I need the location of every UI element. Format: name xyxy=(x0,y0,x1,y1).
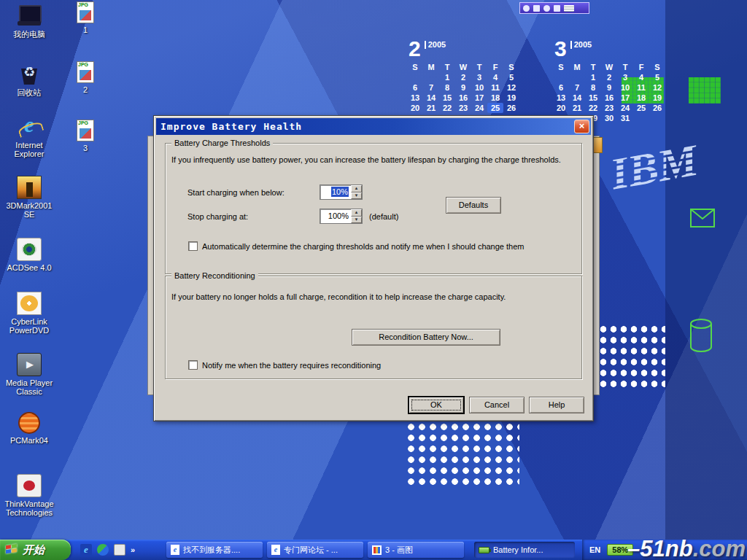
quicklaunch-ie-icon[interactable]: e xyxy=(80,544,92,556)
dialog-titlebar[interactable]: Improve Battery Health xyxy=(156,118,591,135)
envelope-icon xyxy=(690,209,715,228)
calendar-date: 9 xyxy=(601,82,617,93)
calendar-date: 20 xyxy=(407,103,423,113)
icon-label: Internet Explorer xyxy=(3,141,55,158)
calendar-date: 23 xyxy=(601,103,617,113)
close-icon[interactable]: × xyxy=(574,120,589,133)
calendar-date xyxy=(569,72,585,82)
notes-icon[interactable] xyxy=(564,5,574,12)
spinner-up-icon[interactable]: ▲ xyxy=(351,209,362,217)
ie-page-icon: e xyxy=(271,545,280,555)
calendar-date: 3 xyxy=(617,72,633,82)
camera-icon[interactable] xyxy=(523,5,530,12)
icon-label: 3 xyxy=(59,144,112,152)
cylinder-icon xyxy=(689,318,713,353)
desktop-icon-thinkvantage[interactable]: ThinkVantage Technologies xyxy=(3,474,55,517)
notify-reconditioning-checkbox[interactable] xyxy=(188,360,198,370)
quicklaunch-media-icon[interactable] xyxy=(97,544,109,556)
calendar-date: 24 xyxy=(617,103,633,113)
icon-label: 3DMark2001 SE xyxy=(3,201,55,219)
help-button[interactable]: Help xyxy=(529,397,584,413)
calendar-month: 2 xyxy=(409,38,421,60)
jpg-badge: JPG xyxy=(78,120,88,125)
start-charging-value[interactable]: 10% xyxy=(320,185,351,199)
calendar-date: 30 xyxy=(601,113,617,123)
calendar-date: 2 xyxy=(601,72,617,82)
calendar-date: 7 xyxy=(423,82,439,93)
calendar-date: 1 xyxy=(439,72,455,82)
taskbar-task-server-not-found[interactable]: e 找不到服务器.... xyxy=(166,542,263,558)
spinner-down-icon[interactable]: ▼ xyxy=(351,192,362,200)
calendar-date: 8 xyxy=(439,82,455,93)
scissors-icon[interactable] xyxy=(533,5,540,12)
recondition-battery-button[interactable]: Recondition Battery Now... xyxy=(352,329,500,346)
acdsee-icon xyxy=(17,238,42,261)
taskbar-task-paint[interactable]: 3 - 画图 xyxy=(368,542,464,558)
pcmark-icon xyxy=(18,412,40,434)
calendar-year: 2005 xyxy=(570,41,592,49)
calendar-date: 21 xyxy=(423,103,439,113)
white-dot-grid-small xyxy=(598,324,665,389)
calendar-day-header: T xyxy=(439,62,455,72)
language-indicator[interactable]: EN xyxy=(589,545,600,554)
quicklaunch-overflow-chevron[interactable]: » xyxy=(131,545,135,554)
calendar-date xyxy=(649,113,665,123)
cancel-button[interactable]: Cancel xyxy=(469,397,525,413)
auto-determine-checkbox[interactable] xyxy=(188,241,198,251)
calendar-date: 31 xyxy=(617,113,633,123)
auto-determine-checkbox-label[interactable]: Automatically determine the charging thr… xyxy=(202,242,524,251)
calendar-date xyxy=(423,72,439,82)
ie-page-icon: e xyxy=(171,545,179,555)
start-button[interactable]: 开始 xyxy=(0,540,71,560)
spinner-up-icon[interactable]: ▲ xyxy=(351,185,362,192)
desktop-icon-pcmark[interactable]: PCMark04 xyxy=(3,412,55,445)
taskbar-task-battery-information[interactable]: Battery Infor... xyxy=(474,542,575,558)
notify-reconditioning-checkbox-label[interactable]: Notify me when the battery requires reco… xyxy=(202,361,381,370)
defaults-button[interactable]: Defaults xyxy=(446,197,501,214)
calendar-date: 12 xyxy=(503,82,519,93)
taskbar-task-forum[interactable]: e 专门网论坛 - ... xyxy=(267,542,363,558)
calendar-date: 15 xyxy=(439,93,455,103)
start-charging-spinner[interactable]: 10% ▲ ▼ xyxy=(320,184,363,200)
calendar-day-header: T xyxy=(617,62,633,72)
icon-label: ThinkVantage Technologies xyxy=(3,499,55,517)
calendar-date: 19 xyxy=(649,93,665,103)
icon-label: 回收站 xyxy=(3,88,55,97)
calendar-date: 5 xyxy=(503,72,519,82)
desktop-icon-jpg-3[interactable]: JPG 3 xyxy=(59,120,112,152)
desktop-icon-jpg-2[interactable]: JPG 2 xyxy=(59,61,112,94)
dialog-title: Improve Battery Health xyxy=(156,121,302,132)
calendar-date: 10 xyxy=(617,82,633,93)
calendar-date: 20 xyxy=(553,103,569,113)
desktop-icon-jpg-1[interactable]: JPG 1 xyxy=(59,1,112,34)
quicklaunch-show-desktop-icon[interactable] xyxy=(114,544,125,556)
settings-icon[interactable] xyxy=(554,5,560,12)
desktop-icon-media-player-classic[interactable]: Media Player Classic xyxy=(3,353,55,396)
spinner-down-icon[interactable]: ▼ xyxy=(351,217,362,224)
desktop-icon-powerdvd[interactable]: CyberLink PowerDVD xyxy=(3,292,55,335)
stop-charging-spinner[interactable]: 100% ▲ ▼ xyxy=(320,209,363,224)
my-computer-icon xyxy=(17,4,42,28)
stop-charging-value[interactable]: 100% xyxy=(320,209,351,223)
desktop-icon-internet-explorer[interactable]: Internet Explorer xyxy=(3,115,55,158)
desktop-icon-recycle-bin[interactable]: 回收站 xyxy=(3,63,55,97)
calendar-day-header: S xyxy=(553,62,569,72)
calendar-date: 25 xyxy=(487,103,503,113)
desktop-icon-acdsee[interactable]: ACDSee 4.0 xyxy=(3,238,55,272)
thinkvantage-icon xyxy=(17,474,42,497)
calendar-date: 15 xyxy=(585,93,601,103)
capture-toolbar[interactable] xyxy=(519,2,589,14)
calendar-date: 19 xyxy=(503,93,519,103)
calendar-date: 4 xyxy=(633,72,649,82)
start-charging-label: Start charging when below: xyxy=(187,188,285,197)
ok-button[interactable]: OK xyxy=(409,397,464,413)
calendar-date xyxy=(407,72,423,82)
battery-reconditioning-group: Battery Reconditioning If your battery n… xyxy=(165,276,582,379)
pen-icon[interactable] xyxy=(543,5,550,12)
calendar-date: 3 xyxy=(471,72,487,82)
calendar-date: 24 xyxy=(471,103,487,113)
desktop-icon-3dmark[interactable]: 3DMark2001 SE xyxy=(3,176,55,219)
desktop-icon-my-computer[interactable]: 我的电脑 xyxy=(3,4,55,39)
calendar-date: 7 xyxy=(569,82,585,93)
calendar-date: 26 xyxy=(649,103,665,113)
